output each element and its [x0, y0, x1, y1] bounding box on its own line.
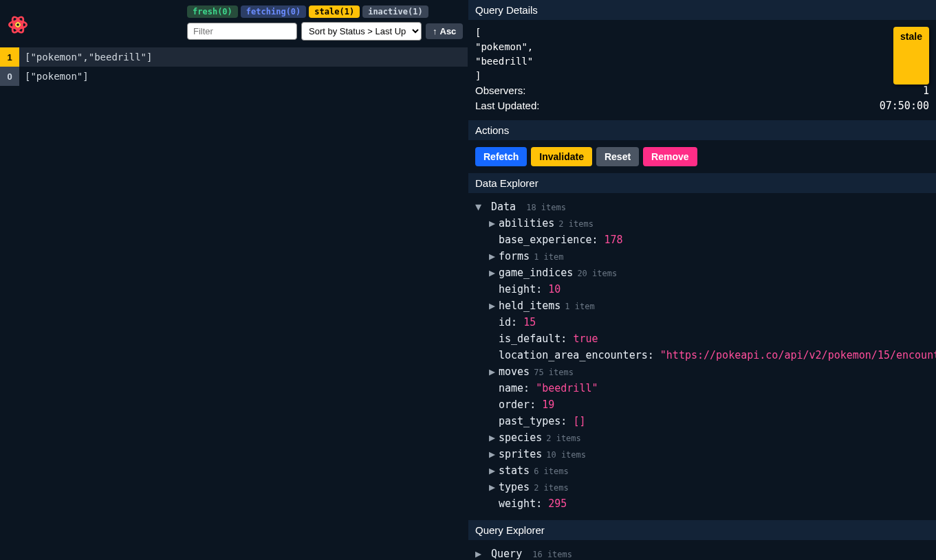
caret-right-icon: ▶ — [489, 432, 499, 444]
tree-leaf: id: 15 — [475, 314, 929, 331]
tree-leaf: location_area_encounters: "https://pokea… — [475, 347, 929, 363]
tree-leaf: weight: 295 — [475, 495, 929, 512]
tree-node[interactable]: ▶game_indices20 items — [475, 265, 929, 281]
observers-value: 1 — [923, 85, 929, 97]
tree-node[interactable]: ▶species2 items — [475, 429, 929, 446]
tree-leaf: base_experience: 178 — [475, 232, 929, 248]
invalidate-button[interactable]: Invalidate — [531, 147, 592, 166]
refetch-button[interactable]: Refetch — [475, 147, 527, 166]
tree-node[interactable]: ▶abilities2 items — [475, 215, 929, 232]
sort-order-button[interactable]: ↑ Asc — [426, 23, 463, 39]
tree-node[interactable]: ▶moves75 items — [475, 363, 929, 380]
data-explorer-body: ▼ Data 18 items ▶abilities2 itemsbase_ex… — [468, 193, 936, 520]
query-explorer-body: ▶ Query 16 items — [468, 540, 936, 560]
query-details-header: Query Details — [468, 0, 936, 20]
caret-right-icon: ▶ — [489, 300, 499, 312]
pill-fresh[interactable]: fresh(0) — [187, 5, 238, 18]
observers-label: Observers: — [475, 85, 525, 97]
query-observer-count: 0 — [0, 67, 19, 86]
caret-down-icon: ▼ — [475, 201, 485, 213]
tree-node[interactable]: ▶sprites10 items — [475, 446, 929, 462]
caret-right-icon: ▶ — [489, 217, 499, 229]
pill-fetching[interactable]: fetching(0) — [241, 5, 307, 18]
query-observer-count: 1 — [0, 47, 19, 67]
tree-leaf: name: "beedrill" — [475, 380, 929, 396]
tree-node[interactable]: ▶held_items1 item — [475, 298, 929, 314]
status-pills: fresh(0) fetching(0) stale(1) inactive(1… — [187, 5, 463, 18]
arrow-up-icon: ↑ — [433, 26, 437, 36]
query-row[interactable]: 1["pokemon","beedrill"] — [0, 47, 468, 67]
query-explorer-header: Query Explorer — [468, 520, 936, 540]
sort-select[interactable]: Sort by Status > Last Upda — [301, 22, 422, 41]
right-panel: Query Details stale [ "pokemon", "beedri… — [468, 0, 936, 560]
tree-node[interactable]: ▶forms1 item — [475, 248, 929, 265]
filter-row: Sort by Status > Last Upda ↑ Asc — [187, 22, 463, 41]
caret-right-icon: ▶ — [475, 548, 485, 560]
last-updated-row: Last Updated: 07:50:00 — [475, 98, 929, 113]
data-explorer-header: Data Explorer — [468, 173, 936, 193]
tree-leaf: is_default: true — [475, 331, 929, 347]
tree-leaf: height: 10 — [475, 281, 929, 298]
caret-right-icon: ▶ — [489, 464, 499, 477]
caret-right-icon: ▶ — [489, 481, 499, 493]
reset-button[interactable]: Reset — [596, 147, 639, 166]
observers-row: Observers: 1 — [475, 83, 929, 98]
top-bar: fresh(0) fetching(0) stale(1) inactive(1… — [0, 0, 468, 46]
tree-leaf: order: 19 — [475, 396, 929, 413]
query-key-display: [ "pokemon", "beedrill"] — [475, 25, 929, 83]
query-list: 1["pokemon","beedrill"]0["pokemon"] — [0, 47, 468, 86]
last-updated-label: Last Updated: — [475, 100, 539, 112]
query-key: ["pokemon","beedrill"] — [19, 47, 468, 67]
filter-input[interactable] — [187, 23, 297, 40]
tree-leaf: past_types: [] — [475, 413, 929, 429]
tree-node[interactable]: ▶types2 items — [475, 479, 929, 495]
pill-inactive[interactable]: inactive(1) — [362, 5, 428, 18]
tree-root[interactable]: ▼ Data 18 items — [475, 199, 929, 215]
caret-right-icon: ▶ — [489, 250, 499, 262]
caret-right-icon: ▶ — [489, 448, 499, 460]
tree-node[interactable]: ▶stats6 items — [475, 462, 929, 479]
controls: fresh(0) fetching(0) stale(1) inactive(1… — [36, 5, 463, 41]
query-details-body: stale [ "pokemon", "beedrill"] Observers… — [468, 20, 936, 120]
actions-header: Actions — [468, 120, 936, 140]
react-query-logo-icon — [6, 12, 30, 37]
query-row[interactable]: 0["pokemon"] — [0, 67, 468, 86]
last-updated-value: 07:50:00 — [880, 100, 929, 112]
left-panel: fresh(0) fetching(0) stale(1) inactive(1… — [0, 0, 468, 560]
logo-wrap — [6, 5, 30, 37]
actions-body: Refetch Invalidate Reset Remove — [468, 140, 936, 173]
status-badge: stale — [893, 27, 929, 85]
svg-point-5 — [17, 23, 19, 26]
pill-stale[interactable]: stale(1) — [309, 5, 360, 18]
caret-right-icon: ▶ — [489, 267, 499, 279]
query-key: ["pokemon"] — [19, 67, 468, 86]
remove-button[interactable]: Remove — [643, 147, 697, 166]
query-tree-root[interactable]: ▶ Query 16 items — [475, 546, 929, 560]
caret-right-icon: ▶ — [489, 366, 499, 378]
